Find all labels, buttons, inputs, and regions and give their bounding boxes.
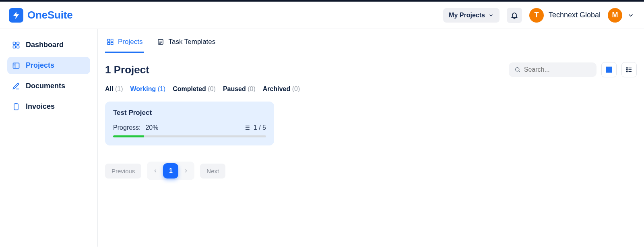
svg-rect-3 [17,46,19,48]
logo[interactable]: OneSuite [9,8,73,23]
svg-rect-10 [107,43,109,45]
svg-point-22 [627,67,627,68]
filter-label: Completed [173,85,206,92]
tab-label: Task Templates [168,38,215,46]
logo-mark-icon [9,8,23,23]
svg-rect-2 [13,46,16,48]
org-name: Technext Global [549,11,601,19]
filter-label: Paused [223,85,246,92]
filter-archived[interactable]: Archived (0) [263,85,300,93]
task-count-value: 1 / 5 [254,124,266,131]
list-icon [243,124,250,131]
chevron-down-icon [488,12,494,18]
filter-count: (1) [115,85,123,92]
filter-completed[interactable]: Completed (0) [173,85,216,93]
main-content: Projects Task Templates 1 Project [98,29,644,247]
user-avatar: M [608,8,622,23]
tab-projects[interactable]: Projects [105,32,144,53]
previous-button[interactable]: Previous [105,164,141,179]
filter-label: Archived [263,85,290,92]
org-avatar: T [529,8,544,23]
user-menu[interactable]: M [608,8,634,23]
progress-value: 20% [145,124,158,131]
svg-point-16 [516,68,519,71]
svg-line-17 [519,71,520,72]
sidebar-item-dashboard[interactable]: Dashboard [7,36,90,54]
sidebar-item-label: Projects [26,61,54,70]
chevron-down-icon [627,12,634,19]
svg-rect-21 [609,70,612,73]
svg-rect-1 [17,42,19,44]
pagination: Previous 1 Next [105,162,637,180]
bell-icon [510,11,518,19]
invoices-icon [12,103,20,111]
filter-all[interactable]: All (1) [105,85,123,93]
svg-rect-8 [107,39,109,41]
svg-rect-7 [14,104,18,110]
template-icon [157,38,164,46]
sidebar-item-label: Invoices [26,102,55,111]
filter-label: All [105,85,113,92]
my-projects-dropdown[interactable]: My Projects [443,8,500,23]
svg-rect-4 [13,63,19,68]
svg-rect-9 [111,39,113,41]
svg-rect-0 [13,42,16,44]
sidebar-item-projects[interactable]: Projects [7,57,90,74]
list-view-button[interactable] [621,62,637,77]
progress-label: Progress: [113,124,140,131]
sidebar-item-invoices[interactable]: Invoices [7,98,90,115]
svg-rect-18 [606,67,609,69]
filter-count: (0) [248,85,256,92]
page-title: 1 Project [105,64,149,76]
filter-count: (0) [208,85,216,92]
dashboard-icon [12,41,20,49]
filter-label: Working [130,85,156,92]
search-icon [514,66,521,73]
organization-switcher[interactable]: T Technext Global [529,8,601,23]
sidebar-item-label: Documents [26,82,65,90]
sidebar-item-documents[interactable]: Documents [7,77,90,95]
progress-fill [113,135,144,137]
sidebar: Dashboard Projects Documents Invoices [0,29,98,247]
filter-working[interactable]: Working (1) [130,85,165,93]
brand-name: OneSuite [27,9,73,21]
svg-rect-11 [111,43,113,45]
svg-point-24 [627,69,627,70]
filter-count: (0) [292,85,300,92]
project-title: Test Project [113,109,266,117]
sidebar-item-label: Dashboard [26,41,64,49]
task-count: 1 / 5 [243,124,266,131]
my-projects-label: My Projects [449,12,485,19]
progress-bar [113,135,266,137]
grid-icon [605,66,613,73]
list-icon [625,66,633,73]
chevron-left-icon [153,168,158,174]
grid-icon [107,38,114,46]
filter-count: (1) [158,85,166,92]
tab-task-templates[interactable]: Task Templates [155,32,217,53]
page-nav: 1 [147,162,194,180]
svg-point-26 [627,71,627,72]
next-button[interactable]: Next [200,164,225,179]
tabs: Projects Task Templates [105,32,637,53]
notifications-button[interactable] [507,8,522,23]
page-prev-arrow[interactable] [149,164,162,178]
grid-view-button[interactable] [601,62,617,77]
svg-rect-20 [606,70,609,73]
chevron-right-icon [183,168,189,174]
topbar: OneSuite My Projects T Technext Global M [0,2,644,29]
search-input[interactable] [524,66,591,73]
documents-icon [12,82,20,90]
filter-paused[interactable]: Paused (0) [223,85,256,93]
page-next-arrow[interactable] [179,164,193,178]
search-box[interactable] [509,62,597,77]
status-filters: All (1) Working (1) Completed (0) Paused… [105,85,637,93]
project-card[interactable]: Test Project Progress: 20% 1 / 5 [105,102,274,145]
page-number[interactable]: 1 [163,163,178,179]
tab-label: Projects [118,38,142,46]
svg-rect-19 [609,67,612,69]
projects-icon [12,62,20,70]
